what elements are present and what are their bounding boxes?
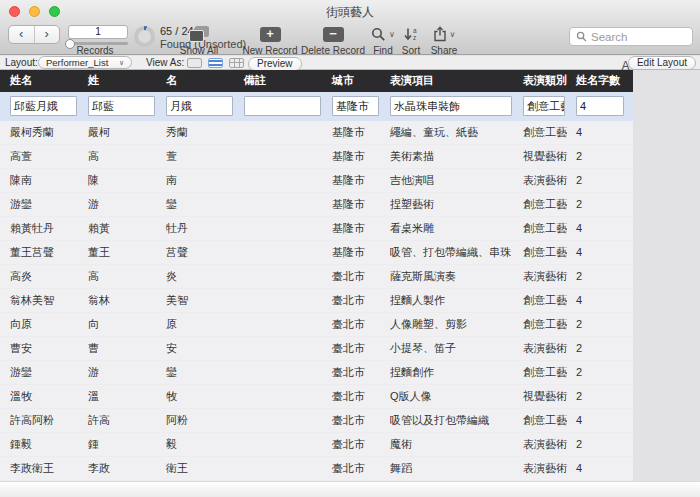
record-cell[interactable]: 牧 <box>164 385 242 408</box>
share-button[interactable]: ∨ <box>423 25 465 43</box>
record-cell[interactable]: 臺北市 <box>330 265 388 288</box>
record-cell[interactable] <box>242 385 330 408</box>
record-cell[interactable]: 捏塑藝術 <box>388 193 521 216</box>
record-cell[interactable]: 魔術 <box>388 433 521 456</box>
record-cell[interactable]: 視覺藝術 <box>521 385 574 408</box>
record-cell[interactable]: 4 <box>574 92 633 121</box>
record-row[interactable]: 嚴柯秀蘭嚴柯秀蘭基隆市繩編、童玩、紙藝創意工藝4 <box>0 121 633 145</box>
record-cell[interactable]: 表演藝術 <box>521 169 574 192</box>
record-cell[interactable] <box>242 313 330 336</box>
record-cell[interactable]: 臺北市 <box>330 433 388 456</box>
record-cell[interactable]: 董王莒聲 <box>8 241 86 264</box>
record-cell[interactable]: 向 <box>86 313 164 336</box>
record-row[interactable]: 董王莒聲董王莒聲基隆市吸管、打包帶編織、串珠創意工藝4 <box>0 241 633 265</box>
record-cell[interactable]: 4 <box>574 289 633 312</box>
record-cell[interactable]: 向原 <box>8 313 86 336</box>
record-cell[interactable] <box>242 241 330 264</box>
delete-record-button[interactable]: − <box>300 25 366 43</box>
record-cell[interactable]: 毅 <box>164 433 242 456</box>
record-row[interactable]: 李政衛王李政衛王臺北市舞蹈表演藝術4 <box>0 457 633 481</box>
record-cell[interactable]: 阿粉 <box>164 409 242 432</box>
record-cell[interactable]: 董王 <box>86 241 164 264</box>
record-row[interactable]: 游鑾游鑾基隆市捏塑藝術創意工藝2 <box>0 193 633 217</box>
record-cell[interactable]: 基隆市 <box>330 145 388 168</box>
record-cell[interactable]: 臺北市 <box>330 361 388 384</box>
record-cell[interactable]: 許高阿粉 <box>8 409 86 432</box>
record-cell[interactable]: 創意工藝 <box>521 217 574 240</box>
record-cell[interactable]: 吸管以及打包帶編織 <box>388 409 521 432</box>
record-cell[interactable]: 翁林 <box>86 289 164 312</box>
record-cell[interactable]: 薩克斯風演奏 <box>388 265 521 288</box>
record-cell[interactable]: 創意工藝 <box>521 193 574 216</box>
record-cell[interactable]: 創意工藝 <box>521 289 574 312</box>
record-cell[interactable]: 水晶珠串裝飾 <box>388 92 521 121</box>
record-cell[interactable] <box>242 193 330 216</box>
field-input[interactable] <box>244 96 321 116</box>
record-cell[interactable]: 游鑾 <box>8 193 86 216</box>
layout-select[interactable]: Performer_List ∨ <box>38 56 132 69</box>
field-input[interactable]: 邱藍 <box>88 96 155 116</box>
list-view-icon[interactable] <box>208 58 223 68</box>
record-cell[interactable]: 溫牧 <box>8 385 86 408</box>
record-cell[interactable]: 許高 <box>86 409 164 432</box>
record-cell[interactable]: 游 <box>86 361 164 384</box>
record-cell[interactable]: 創意工藝 <box>521 121 574 144</box>
record-cell[interactable]: 2 <box>574 145 633 168</box>
record-cell[interactable]: 基隆市 <box>330 241 388 264</box>
current-record-field[interactable]: 1 <box>68 25 128 39</box>
record-cell[interactable]: 2 <box>574 169 633 192</box>
search-input[interactable]: Search <box>569 27 693 46</box>
record-cell[interactable]: 2 <box>574 193 633 216</box>
record-cell[interactable] <box>242 145 330 168</box>
record-cell[interactable]: 月娥 <box>164 92 242 121</box>
record-cell[interactable]: 基隆市 <box>330 92 388 121</box>
record-cell[interactable]: 臺北市 <box>330 409 388 432</box>
record-row[interactable]: 溫牧溫牧臺北市Q版人像視覺藝術2 <box>0 385 633 409</box>
title-bar[interactable]: 街頭藝人 <box>0 0 700 22</box>
record-cell[interactable]: 賴黃牡丹 <box>8 217 86 240</box>
record-cell[interactable]: 4 <box>574 121 633 144</box>
record-cell[interactable]: 鍾毅 <box>8 433 86 456</box>
record-cell[interactable] <box>242 265 330 288</box>
record-cell[interactable]: 基隆市 <box>330 169 388 192</box>
record-cell[interactable]: 嚴柯 <box>86 121 164 144</box>
record-cell[interactable]: 創意工藝 <box>521 92 574 121</box>
record-cell[interactable]: 高 <box>86 265 164 288</box>
record-cell[interactable] <box>242 92 330 121</box>
record-cell[interactable]: 小提琴、笛子 <box>388 337 521 360</box>
record-cell[interactable]: 南 <box>164 169 242 192</box>
record-cell[interactable]: 美術素描 <box>388 145 521 168</box>
record-cell[interactable]: 表演藝術 <box>521 433 574 456</box>
next-record-button[interactable]: › <box>35 26 60 43</box>
record-cell[interactable]: 陳 <box>86 169 164 192</box>
field-input[interactable]: 月娥 <box>166 96 233 116</box>
record-cell[interactable]: 創意工藝 <box>521 313 574 336</box>
record-row[interactable]: 賴黃牡丹賴黃牡丹基隆市看桌米雕創意工藝4 <box>0 217 633 241</box>
field-input[interactable]: 基隆市 <box>332 96 379 116</box>
record-cell[interactable]: 視覺藝術 <box>521 145 574 168</box>
record-cell[interactable]: 2 <box>574 265 633 288</box>
field-input[interactable]: 水晶珠串裝飾 <box>390 96 512 116</box>
record-cell[interactable]: 4 <box>574 409 633 432</box>
record-cell[interactable]: 高 <box>86 145 164 168</box>
show-all-button[interactable] <box>170 25 228 43</box>
field-input[interactable]: 4 <box>576 96 624 116</box>
record-cell[interactable] <box>242 361 330 384</box>
record-cell[interactable]: 創意工藝 <box>521 241 574 264</box>
record-row[interactable]: 向原向原臺北市人像雕塑、剪影創意工藝2 <box>0 313 633 337</box>
record-cell[interactable]: 曹 <box>86 337 164 360</box>
record-cell[interactable] <box>242 433 330 456</box>
record-cell[interactable] <box>242 121 330 144</box>
record-cell[interactable]: 邱藍月娥 <box>8 92 86 121</box>
record-cell[interactable]: 嚴柯秀蘭 <box>8 121 86 144</box>
previous-record-button[interactable]: ‹ <box>9 26 35 43</box>
record-cell[interactable] <box>242 337 330 360</box>
record-row[interactable]: 高炎高炎臺北市薩克斯風演奏表演藝術2 <box>0 265 633 289</box>
record-cell[interactable]: 繩編、童玩、紙藝 <box>388 121 521 144</box>
record-cell[interactable]: 吉他演唱 <box>388 169 521 192</box>
record-cell[interactable]: 基隆市 <box>330 121 388 144</box>
record-cell[interactable]: 臺北市 <box>330 289 388 312</box>
record-cell[interactable]: 基隆市 <box>330 217 388 240</box>
record-cell[interactable]: 萱 <box>164 145 242 168</box>
record-cell[interactable]: 邱藍 <box>86 92 164 121</box>
